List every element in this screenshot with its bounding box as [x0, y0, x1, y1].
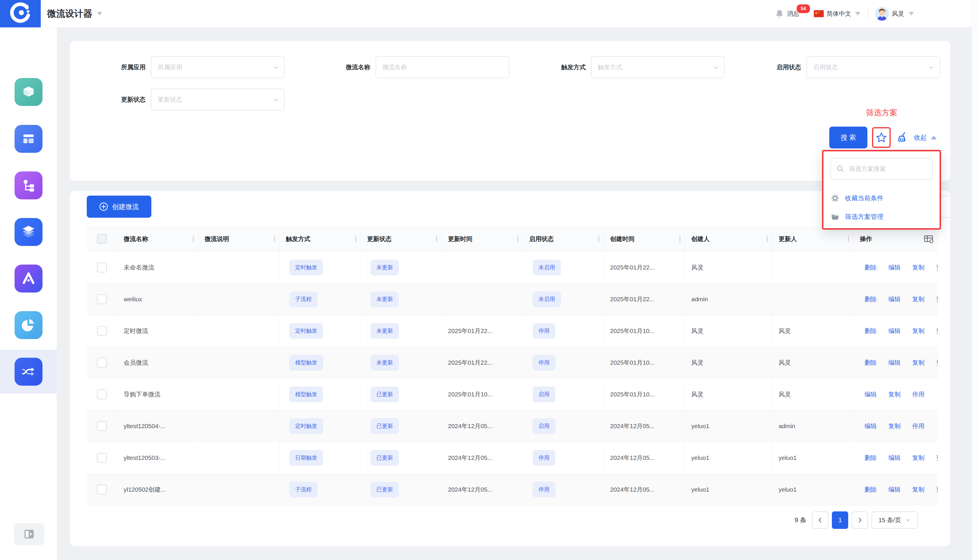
next-page-button[interactable]	[852, 512, 868, 529]
action-link[interactable]: 停用	[912, 390, 925, 398]
action-link[interactable]: 删除	[865, 327, 877, 335]
column-header[interactable]: 操作	[853, 227, 938, 252]
prev-page-button[interactable]	[812, 512, 828, 529]
app-select-input[interactable]	[151, 56, 285, 78]
app-select[interactable]	[151, 56, 285, 78]
row-checkbox[interactable]	[97, 485, 107, 495]
action-link[interactable]: 编辑	[888, 327, 901, 335]
action-link[interactable]: 更多	[936, 485, 938, 493]
action-link[interactable]: 编辑	[888, 263, 901, 272]
column-header[interactable]: 微流名称	[117, 227, 198, 252]
column-menu-icon[interactable]	[598, 235, 600, 243]
column-header[interactable]: 更新状态	[361, 227, 442, 252]
favorite-current-filter-item[interactable]: 收藏当前条件	[831, 194, 883, 203]
chevron-down-icon	[905, 517, 911, 523]
action-link[interactable]: 删除	[865, 485, 877, 493]
row-checkbox[interactable]	[97, 294, 107, 304]
flow-name-field[interactable]	[375, 56, 509, 78]
action-link[interactable]: 编辑	[888, 485, 901, 493]
app-logo[interactable]	[0, 0, 41, 27]
collapse-filters-link[interactable]: 收起	[914, 127, 937, 148]
row-checkbox[interactable]	[97, 390, 107, 399]
column-menu-icon[interactable]	[435, 235, 438, 243]
flow-name-input[interactable]	[375, 56, 509, 78]
column-menu-icon[interactable]	[192, 235, 195, 243]
action-link[interactable]: 编辑	[888, 295, 901, 303]
column-header[interactable]: 创建时间	[604, 227, 685, 252]
create-flow-button[interactable]: 创建微流	[87, 196, 152, 218]
action-link[interactable]: 停用	[912, 422, 925, 430]
page-size-select[interactable]: 15 条/页	[871, 512, 918, 529]
current-page-button[interactable]: 1	[832, 512, 848, 529]
column-menu-icon[interactable]	[679, 235, 681, 243]
enable-status-select-input[interactable]	[806, 56, 940, 78]
action-link[interactable]: 复制	[888, 422, 901, 430]
action-link[interactable]: 复制	[888, 390, 901, 398]
row-checkbox[interactable]	[97, 326, 107, 336]
column-header[interactable]: 触发方式	[280, 227, 361, 252]
trigger-select-input[interactable]	[591, 56, 725, 78]
action-link[interactable]: 复制	[912, 358, 925, 367]
sidebar-item-ai-app[interactable]	[0, 257, 57, 300]
favorite-scheme-button[interactable]	[872, 127, 891, 148]
action-link[interactable]: 删除	[865, 358, 877, 367]
column-header[interactable]: 创建人	[685, 227, 772, 252]
update-status-select-input[interactable]	[151, 88, 285, 111]
cell-trigger: 子流程	[280, 474, 361, 505]
sidebar-item-cube-app[interactable]	[0, 70, 57, 114]
row-checkbox[interactable]	[97, 263, 107, 272]
language-switcher[interactable]: 简体中文	[814, 10, 860, 18]
messages-entry[interactable]: 消息 54	[775, 9, 799, 18]
row-checkbox[interactable]	[97, 358, 107, 368]
column-menu-icon[interactable]	[516, 235, 519, 243]
action-link[interactable]: 删除	[865, 295, 877, 303]
collapse-sidebar-button[interactable]	[14, 523, 44, 545]
action-link[interactable]: 编辑	[865, 390, 877, 398]
action-link[interactable]: 删除	[865, 263, 877, 272]
column-header[interactable]: 更新人	[772, 227, 853, 252]
action-link[interactable]: 复制	[912, 327, 925, 335]
column-menu-icon[interactable]	[766, 235, 768, 243]
column-menu-icon[interactable]	[273, 235, 276, 243]
column-header[interactable]: 更新时间	[442, 227, 523, 252]
manage-schemes-item[interactable]: 筛选方案管理	[831, 212, 883, 221]
action-link[interactable]: 复制	[912, 485, 925, 493]
scheme-search-field[interactable]	[830, 158, 933, 180]
cell-desc	[198, 410, 280, 442]
row-checkbox[interactable]	[97, 453, 107, 463]
enable-status-select[interactable]	[806, 56, 940, 78]
action-link[interactable]: 更多	[936, 454, 938, 462]
action-link[interactable]: 更多	[936, 295, 938, 303]
action-link[interactable]: 更多	[936, 358, 938, 367]
action-link[interactable]: 复制	[912, 263, 925, 272]
sidebar-item-layout-app[interactable]	[0, 117, 57, 161]
column-header[interactable]: 启用状态	[523, 227, 604, 252]
topbar: 微流设计器 消息 54 简体中文	[0, 0, 978, 28]
sidebar-item-layers-app[interactable]	[0, 210, 57, 254]
action-link[interactable]: 编辑	[888, 454, 901, 462]
sidebar-item-orgflow-app[interactable]	[0, 163, 57, 207]
action-link[interactable]: 编辑	[888, 358, 901, 367]
action-link[interactable]: 复制	[912, 454, 925, 462]
table-settings-icon[interactable]	[924, 235, 934, 243]
search-button[interactable]: 搜 索	[829, 127, 867, 148]
column-menu-icon[interactable]	[847, 235, 850, 243]
sidebar-item-chart-app[interactable]	[0, 303, 57, 347]
user-menu[interactable]: 风灵	[875, 7, 914, 21]
title-chevron-down-icon[interactable]	[97, 12, 102, 15]
action-link[interactable]: 复制	[912, 295, 925, 303]
action-link[interactable]: 删除	[865, 454, 877, 462]
column-header[interactable]: 微流说明	[198, 227, 280, 252]
page-scrollbar[interactable]	[971, 0, 978, 560]
row-checkbox[interactable]	[97, 421, 107, 431]
trigger-select[interactable]	[591, 56, 725, 78]
column-menu-icon[interactable]	[355, 235, 357, 243]
scheme-search-input[interactable]	[830, 158, 933, 180]
action-link[interactable]: 更多	[936, 327, 938, 335]
clear-filters-button[interactable]	[895, 131, 909, 145]
select-all-checkbox[interactable]	[97, 234, 107, 244]
action-link[interactable]: 更多	[936, 263, 938, 272]
action-link[interactable]: 编辑	[865, 422, 877, 430]
update-status-select[interactable]	[151, 88, 285, 111]
sidebar-item-microflow-app[interactable]	[0, 350, 57, 393]
